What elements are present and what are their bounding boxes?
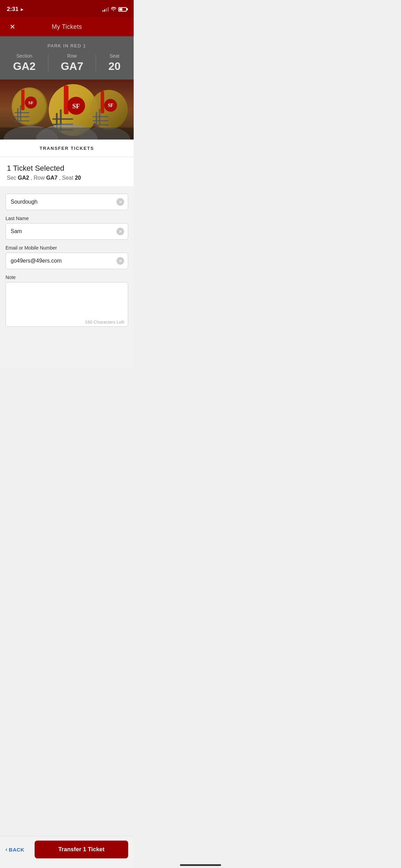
seat-label: Seat (110, 53, 120, 59)
ticket-info-section: 1 Ticket Selected Sec GA2 , Row GA7 , Se… (0, 157, 134, 187)
row-col: Row GA7 (61, 53, 83, 73)
header-title: My Tickets (52, 23, 82, 31)
first-name-input-wrapper: ✕ (5, 194, 128, 210)
svg-rect-32 (0, 128, 134, 140)
email-input[interactable] (5, 253, 128, 269)
last-name-input[interactable] (5, 223, 128, 240)
note-label: Note (5, 275, 128, 280)
row-value: GA7 (46, 175, 58, 181)
signal-icon (102, 7, 109, 12)
park-label: PARK IN RED 1 (0, 43, 134, 53)
status-time: 2:31 ► (7, 6, 24, 13)
svg-text:SF: SF (28, 100, 34, 105)
time-display: 2:31 (7, 6, 19, 13)
seat-value: 20 (75, 175, 81, 181)
divider1 (48, 55, 48, 71)
close-button[interactable]: ✕ (7, 21, 18, 32)
svg-text:SF: SF (108, 103, 113, 108)
email-group: Email or Mobile Number ✕ (5, 245, 128, 269)
email-input-wrapper: ✕ (5, 253, 128, 269)
note-textarea-wrapper: 160 Characters Left (5, 282, 128, 328)
svg-rect-4 (20, 105, 21, 122)
svg-rect-24 (93, 120, 109, 121)
email-label: Email or Mobile Number (5, 245, 128, 251)
section-value: GA2 (13, 60, 36, 73)
status-bar: 2:31 ► (0, 0, 134, 17)
transfer-header: TRANSFER TICKETS (0, 140, 134, 157)
status-icons (102, 7, 127, 12)
ticket-card: PARK IN RED 1 Section GA2 Row GA7 Seat 2… (0, 36, 134, 140)
svg-rect-5 (14, 112, 29, 113)
seat-col: Seat 20 (108, 53, 121, 73)
header: ✕ My Tickets (0, 17, 134, 36)
ticket-detail: Sec GA2 , Row GA7 , Seat 20 (7, 175, 127, 181)
battery-icon (118, 7, 127, 12)
row-prefix: , Row (31, 175, 45, 181)
svg-rect-6 (14, 116, 29, 117)
last-name-clear-button[interactable]: ✕ (117, 228, 124, 235)
helmet-svg: SF SF (0, 80, 134, 140)
first-name-clear-button[interactable]: ✕ (117, 198, 124, 206)
last-name-input-wrapper: ✕ (5, 223, 128, 240)
row-value: GA7 (61, 60, 83, 73)
first-name-input[interactable] (5, 194, 128, 210)
form-section: ✕ Last Name ✕ Email or Mobile Number ✕ N… (0, 187, 134, 368)
svg-rect-28 (101, 91, 104, 113)
svg-text:SF: SF (72, 103, 80, 110)
transfer-title: TRANSFER TICKETS (40, 146, 94, 151)
section-label: Section (16, 53, 33, 59)
ticket-selected-label: 1 Ticket Selected (7, 164, 127, 173)
seat-prefix: , Seat (59, 175, 73, 181)
sec-prefix: Sec (7, 175, 16, 181)
last-name-group: Last Name ✕ (5, 216, 128, 240)
last-name-label: Last Name (5, 216, 128, 221)
svg-rect-25 (93, 124, 109, 125)
svg-rect-7 (14, 120, 29, 121)
char-count: 160 Characters Left (85, 320, 124, 325)
svg-rect-19 (64, 86, 69, 114)
seat-info: Section GA2 Row GA7 Seat 20 (0, 53, 134, 80)
email-clear-button[interactable]: ✕ (117, 257, 124, 265)
svg-rect-10 (21, 89, 25, 110)
transfer-section: TRANSFER TICKETS 1 Ticket Selected Sec G… (0, 140, 134, 368)
note-group: Note 160 Characters Left (5, 275, 128, 328)
wifi-icon (111, 7, 116, 12)
row-label: Row (67, 53, 77, 59)
svg-rect-23 (93, 116, 109, 117)
sec-value: GA2 (18, 175, 29, 181)
section-col: Section GA2 (13, 53, 36, 73)
seat-value: 20 (108, 60, 121, 73)
location-icon: ► (20, 7, 24, 12)
first-name-group: ✕ (5, 194, 128, 210)
divider2 (96, 55, 96, 71)
helmet-image: SF SF (0, 80, 134, 140)
svg-rect-14 (52, 118, 73, 120)
